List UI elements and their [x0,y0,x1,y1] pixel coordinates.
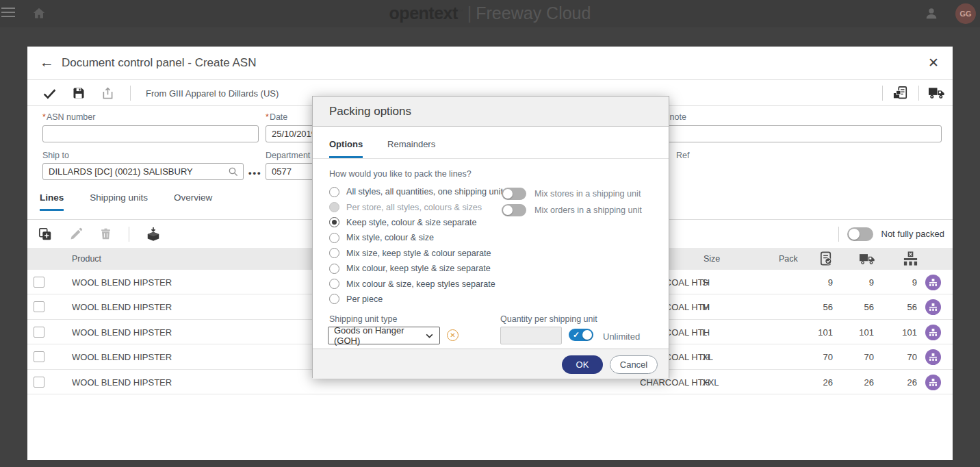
pallet-badge[interactable] [925,375,941,390]
user-icon[interactable] [924,6,939,21]
delivery-note-field[interactable] [630,125,942,142]
radio-control[interactable] [329,233,339,243]
mix-toggle-row: Mix stores in a shipping unit [502,186,642,202]
close-icon[interactable]: ✕ [928,55,939,71]
toolbar-divider [918,86,919,101]
clear-icon[interactable]: ✕ [447,329,459,341]
not-fully-packed-label: Not fully packed [881,229,945,239]
radio-option[interactable]: Mix colour & size, keep styles separate [329,276,503,291]
modal-tab[interactable]: Options [329,139,363,158]
unlimited-label: Unlimited [603,331,640,342]
mix-toggle[interactable] [502,204,526,216]
radio-label: Per store, all styles, colours & sizes [346,203,482,212]
radio-label: All styles, all quantities, one shipping… [346,187,503,197]
search-icon[interactable] [227,166,240,178]
brand-logo: opentext™|Freeway Cloud [389,3,591,23]
main-tab[interactable]: Shipping units [90,192,148,211]
page-title: Document control panel - Create ASN [62,56,256,70]
radio-option[interactable]: Mix colour, keep style & size separate [329,261,503,276]
delete-trash-icon[interactable] [99,227,112,241]
packed-doc-check-icon [818,251,834,267]
shipping-unit-type-value: Goods on Hanger (GOH) [334,325,425,346]
pallet-x-icon [903,251,918,267]
row-checkbox[interactable] [34,327,44,338]
chevron-down-icon [425,331,434,340]
topbar: opentext™|Freeway Cloud GG [0,0,980,27]
back-button[interactable]: ← [40,54,54,71]
radio-control[interactable] [329,217,339,227]
more-options-button[interactable]: ••• [248,168,262,178]
truck-icon[interactable] [929,86,946,100]
unlimited-toggle[interactable]: ✓ [569,329,593,341]
modal-tab[interactable]: Remainders [387,139,435,158]
save-icon[interactable] [72,86,86,100]
qty-pallet-cell: 101 [862,327,917,338]
size-cell: S [702,277,708,288]
pallet-badge[interactable] [925,325,941,340]
home-icon[interactable] [31,6,47,21]
confirm-check-icon[interactable] [42,86,57,101]
product-cell: WOOL BLEND HIPSTER [72,377,172,388]
radio-label: Keep style, colour & size separate [346,218,476,227]
asn-number-field[interactable] [42,125,259,142]
product-cell: WOOL BLEND HIPSTER [72,352,172,362]
radio-control[interactable] [329,202,339,212]
radio-option[interactable]: Per piece [329,292,503,307]
col-size: Size [704,254,720,264]
mix-toggle[interactable] [502,188,526,200]
pallet-badge[interactable] [925,275,941,290]
pallet-badge[interactable] [925,299,941,315]
radio-control[interactable] [329,264,339,274]
modal-footer: OK Cancel [313,349,669,379]
radio-control[interactable] [329,248,339,258]
edit-pencil-icon[interactable] [69,227,83,241]
not-fully-packed-toggle[interactable] [847,227,873,241]
main-tab[interactable]: Lines [40,192,64,211]
col-pack: Pack [779,254,798,264]
pack-box-icon[interactable] [146,227,161,242]
modal-header: Packing options [313,97,669,127]
copy-add-button[interactable] [38,227,53,242]
toolbar-divider [882,86,883,101]
radio-option[interactable]: Keep style, colour & size separate [329,215,503,230]
radio-option[interactable]: Mix size, keep style & colour separate [329,246,503,261]
radio-option[interactable]: All styles, all quantities, one shipping… [329,184,503,199]
size-cell: L [702,327,707,338]
row-checkbox[interactable] [34,301,44,312]
product-cell: WOOL BLEND HIPSTER [72,277,172,288]
cancel-button[interactable]: Cancel [610,355,658,374]
ship-to-field[interactable] [42,163,244,180]
menu-icon[interactable] [1,8,15,20]
upload-icon[interactable] [101,86,115,101]
row-checkbox[interactable] [34,351,44,362]
quantity-input [500,327,562,344]
radio-control[interactable] [329,279,339,289]
pallet-badge[interactable] [925,349,941,365]
packing-slip-icon[interactable] [892,86,909,101]
product-cell: WOOL BLEND HIPSTER [72,327,172,338]
avatar[interactable]: GG [955,3,976,24]
ok-button[interactable]: OK [562,355,603,374]
ship-to-label: Ship to [42,151,69,160]
shipping-unit-type-select[interactable]: Goods on Hanger (GOH) [328,327,440,344]
radio-control[interactable] [329,294,339,304]
mix-toggle-label: Mix stores in a shipping unit [534,189,641,199]
product-cell: WOOL BLEND HIPSTER [72,302,172,312]
radio-label: Mix colour & size, keep styles separate [346,279,495,289]
brand-opentext: opentext [389,3,458,23]
shipping-unit-type-label: Shipping unit type [329,314,397,324]
radio-control[interactable] [329,187,339,197]
packing-options-dialog: Packing options OptionsRemainders How wo… [312,96,669,378]
mix-toggle-group: Mix stores in a shipping unit Mix orders… [502,186,642,218]
action-divider [838,227,839,242]
radio-option[interactable]: Per store, all styles, colours & sizes [329,199,503,214]
main-tab[interactable]: Overview [174,192,212,211]
modal-tabs: OptionsRemainders [313,139,669,159]
col-product: Product [72,254,101,264]
radio-option[interactable]: Mix style, colour & size [329,230,503,245]
qty-pallet-cell: 26 [862,377,917,388]
mix-toggle-row: Mix orders in a shipping unit [502,202,642,218]
row-checkbox[interactable] [34,377,44,388]
row-checkbox[interactable] [34,277,44,288]
brand-product: Freeway Cloud [476,3,591,23]
